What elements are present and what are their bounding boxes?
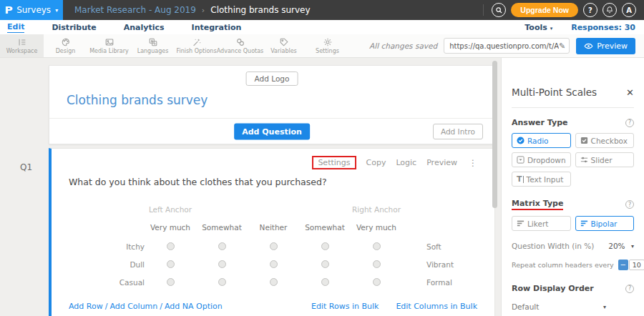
answer-type-text-input[interactable]: T Text Input bbox=[512, 172, 571, 187]
help-icon[interactable]: ? bbox=[583, 3, 597, 17]
row-display-order-select[interactable]: Default ▾ bbox=[512, 302, 606, 311]
answer-type-slider[interactable]: Slider bbox=[575, 152, 634, 167]
add-intro-button[interactable]: Add Intro bbox=[433, 124, 483, 139]
save-status: All changes saved bbox=[369, 41, 437, 50]
avatar[interactable]: A bbox=[622, 3, 636, 17]
matrix-type-likert[interactable]: Likert bbox=[512, 216, 571, 231]
question-width-row: Question Width (in %) 20% ▾ bbox=[512, 242, 634, 250]
add-na-option-link[interactable]: Add NA Option bbox=[165, 302, 223, 311]
matrix-radio[interactable] bbox=[321, 242, 329, 250]
matrix-type-bipolar[interactable]: Bipolar bbox=[575, 216, 635, 231]
chevron-down-icon: ▾ bbox=[550, 26, 553, 31]
add-question-button[interactable]: Add Question bbox=[234, 123, 310, 139]
edit-columns-bulk-link[interactable]: Edit Columns in Bulk bbox=[396, 302, 477, 311]
preview-action[interactable]: Preview bbox=[426, 158, 457, 167]
edit-url-pencil-icon[interactable]: ✎ bbox=[559, 41, 565, 51]
matrix-radio[interactable] bbox=[167, 278, 175, 286]
row-right-label[interactable]: Formal bbox=[402, 278, 452, 287]
matrix-radio[interactable] bbox=[373, 278, 381, 286]
survey-header-card: Add Logo Clothing brands survey Add Ques… bbox=[49, 65, 495, 144]
help-icon[interactable]: ? bbox=[625, 119, 634, 127]
add-logo-button[interactable]: Add Logo bbox=[246, 71, 298, 86]
matrix-radio[interactable] bbox=[373, 260, 381, 268]
tools-menu[interactable]: Tools ▾ bbox=[525, 23, 552, 32]
answer-type-checkbox[interactable]: Checkbox bbox=[575, 133, 634, 148]
row-right-label[interactable]: Vibrant bbox=[402, 260, 454, 269]
matrix-radio[interactable] bbox=[218, 260, 226, 268]
translate-icon bbox=[148, 37, 158, 47]
help-icon[interactable]: ? bbox=[625, 200, 634, 209]
breadcrumb-separator: › bbox=[202, 6, 205, 15]
main-area: Q1 Add Logo Clothing brands survey Add Q… bbox=[0, 58, 644, 316]
tab-design[interactable]: Design bbox=[44, 34, 87, 57]
tab-settings[interactable]: Settings bbox=[306, 34, 349, 57]
tab-advance-quotas[interactable]: Advance Quotas bbox=[218, 34, 262, 57]
matrix-radio[interactable] bbox=[270, 242, 278, 250]
menubar-right: Tools ▾ Responses: 30 bbox=[525, 23, 635, 32]
column-header: Very much bbox=[351, 223, 402, 232]
add-column-link[interactable]: Add Column bbox=[109, 302, 157, 311]
row-left-label[interactable]: Dull bbox=[52, 260, 145, 269]
upgrade-now-button[interactable]: Upgrade Now bbox=[511, 3, 578, 17]
more-options-icon[interactable]: ⋮ bbox=[467, 158, 479, 168]
repeat-headers-value[interactable]: 10 bbox=[629, 260, 644, 270]
help-icon[interactable]: ? bbox=[625, 285, 634, 293]
tab-finish-options[interactable]: Finish Options bbox=[175, 34, 218, 57]
top-bar: P Surveys ▾ Market Research - Aug 2019 ›… bbox=[0, 0, 644, 20]
matrix-radio[interactable] bbox=[167, 242, 175, 250]
copy-action[interactable]: Copy bbox=[366, 158, 386, 167]
matrix-radio[interactable] bbox=[321, 278, 329, 286]
menu-item-integration[interactable]: Integration bbox=[192, 22, 242, 33]
matrix-type-options: Likert Bipolar bbox=[512, 216, 634, 231]
tab-workspace[interactable]: Workspace bbox=[0, 34, 44, 57]
menu-item-analytics[interactable]: Analytics bbox=[124, 22, 165, 33]
divider bbox=[512, 107, 634, 108]
answer-type-dropdown[interactable]: Dropdown bbox=[512, 152, 571, 167]
vertical-scrollbar[interactable] bbox=[492, 61, 497, 208]
settings-sidebar: Multi-Point Scales ✕ Answer Type ? Radio… bbox=[501, 58, 644, 316]
menu-item-distribute[interactable]: Distribute bbox=[52, 22, 96, 33]
menu-item-edit[interactable]: Edit bbox=[7, 21, 24, 33]
sidebar-title: Multi-Point Scales bbox=[512, 87, 597, 98]
chevron-down-icon[interactable]: ▾ bbox=[631, 243, 634, 250]
notifications-bell-icon[interactable] bbox=[602, 3, 617, 17]
matrix-row: Itchy Soft bbox=[52, 237, 494, 255]
row-left-label[interactable]: Casual bbox=[52, 278, 145, 287]
matrix-radio[interactable] bbox=[218, 242, 226, 250]
logic-action[interactable]: Logic bbox=[396, 158, 416, 167]
matrix-radio[interactable] bbox=[373, 242, 381, 250]
matrix-radio[interactable] bbox=[270, 260, 278, 268]
edit-rows-bulk-link[interactable]: Edit Rows in Bulk bbox=[311, 302, 379, 311]
tab-languages[interactable]: Languages bbox=[131, 34, 175, 57]
tab-variables[interactable]: Variables bbox=[262, 34, 306, 57]
surveys-app-menu[interactable]: P Surveys ▾ bbox=[0, 0, 63, 20]
search-icon[interactable] bbox=[492, 3, 506, 17]
breadcrumb-parent-link[interactable]: Market Research - Aug 2019 bbox=[74, 5, 196, 15]
question-text[interactable]: What do you think about the clothes that… bbox=[52, 169, 494, 187]
matrix-radio[interactable] bbox=[218, 278, 226, 286]
answer-type-radio[interactable]: Radio bbox=[512, 133, 571, 148]
toolbar-right: All changes saved https://qa.questionpro… bbox=[369, 34, 644, 57]
row-left-label[interactable]: Itchy bbox=[52, 242, 145, 251]
settings-action-highlighted[interactable]: Settings bbox=[312, 156, 356, 169]
matrix-radio[interactable] bbox=[270, 278, 278, 286]
tab-media-library[interactable]: Media Library bbox=[87, 34, 131, 57]
gear-icon bbox=[323, 37, 333, 47]
close-icon[interactable]: ✕ bbox=[626, 87, 634, 98]
matrix-radio[interactable] bbox=[321, 260, 329, 268]
column-headers-row: Very much Somewhat Neither Somewhat Very… bbox=[52, 217, 494, 237]
preview-button[interactable]: Preview bbox=[576, 38, 635, 54]
breadcrumb: Market Research - Aug 2019 › Clothing br… bbox=[74, 5, 311, 15]
dropdown-icon bbox=[517, 156, 525, 164]
row-right-label[interactable]: Soft bbox=[402, 242, 441, 251]
responses-count[interactable]: Responses: 30 bbox=[571, 23, 635, 32]
workspace-icon bbox=[17, 37, 27, 47]
question-width-value[interactable]: 20% bbox=[608, 242, 625, 250]
toolbar: Workspace Design Media Library Languages… bbox=[0, 34, 644, 58]
add-row-link[interactable]: Add Row bbox=[69, 302, 103, 311]
answer-type-options: Radio Checkbox Dropdown Slider T Text In… bbox=[512, 133, 634, 187]
chain-links-icon bbox=[235, 37, 245, 47]
decrement-button[interactable]: − bbox=[618, 260, 628, 270]
survey-url-field[interactable]: https://qa.questionpro.com/t/APNrFZfQ ✎ bbox=[444, 38, 570, 54]
matrix-radio[interactable] bbox=[167, 260, 175, 268]
